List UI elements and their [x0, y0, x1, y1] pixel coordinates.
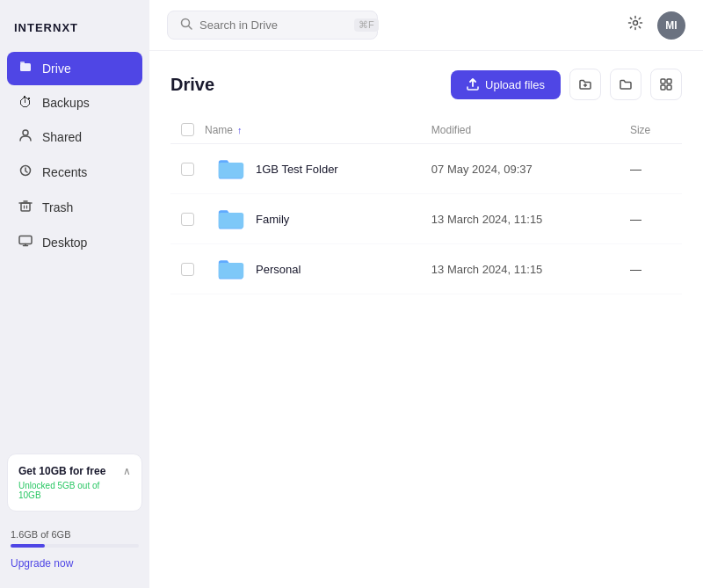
- svg-rect-5: [19, 236, 32, 244]
- upload-button[interactable]: Upload files: [451, 70, 561, 99]
- new-folder-button[interactable]: [569, 69, 601, 100]
- storage-promo-title: Get 10GB for free: [18, 465, 123, 479]
- header-actions: Upload files: [451, 69, 682, 100]
- svg-rect-4: [21, 203, 30, 211]
- upgrade-link[interactable]: Upgrade now: [11, 557, 73, 570]
- row-name-cell: Family: [205, 194, 421, 244]
- size-column-header[interactable]: Size: [620, 116, 682, 144]
- sidebar-item-drive[interactable]: Drive: [7, 52, 142, 85]
- row-size-cell: —: [620, 244, 682, 294]
- search-input[interactable]: [199, 18, 347, 32]
- topbar-actions: MI: [624, 11, 685, 40]
- storage-card: Get 10GB for free Unlocked 5GB out of 10…: [7, 454, 142, 512]
- collapse-button[interactable]: ∧: [123, 465, 131, 477]
- sidebar-item-trash-label: Trash: [42, 200, 73, 214]
- modified-column-header[interactable]: Modified: [421, 116, 620, 144]
- storage-bar-background: [11, 544, 139, 548]
- select-all-checkbox[interactable]: [181, 123, 194, 136]
- sidebar-item-desktop[interactable]: Desktop: [7, 226, 142, 259]
- sort-arrow-icon: ↑: [237, 125, 243, 135]
- table-row[interactable]: 1GB Test Folder 07 May 2024, 09:37 —: [170, 144, 682, 194]
- svg-rect-0: [20, 63, 31, 71]
- backups-icon: ⏱: [18, 95, 33, 111]
- sidebar-item-desktop-label: Desktop: [42, 236, 87, 250]
- sidebar-item-backups-label: Backups: [42, 96, 90, 110]
- select-all-header: [170, 116, 205, 144]
- app-logo: INTERNXT: [7, 14, 142, 52]
- settings-button[interactable]: [624, 11, 647, 39]
- row-size-cell: —: [620, 194, 682, 244]
- svg-rect-10: [661, 85, 665, 90]
- storage-bar-fill: [11, 544, 45, 548]
- table-row[interactable]: Family 13 March 2024, 11:15 —: [170, 194, 682, 244]
- row-checkbox-cell: [170, 194, 205, 244]
- sidebar-item-backups[interactable]: ⏱ Backups: [7, 87, 142, 119]
- name-column-header[interactable]: Name ↑: [205, 116, 421, 144]
- sidebar-item-shared-label: Shared: [42, 130, 82, 144]
- shared-icon: [18, 128, 33, 146]
- content-area: Drive Upload files: [149, 51, 703, 588]
- upload-folder-button[interactable]: [610, 69, 641, 100]
- topbar: ⌘F MI: [149, 0, 703, 51]
- svg-rect-1: [20, 62, 25, 64]
- row-name-cell: Personal: [205, 244, 421, 294]
- row-modified-cell: 07 May 2024, 09:37: [421, 144, 620, 194]
- search-box[interactable]: ⌘F: [167, 11, 378, 40]
- row-checkbox-cell: [170, 144, 205, 194]
- folder-icon: [215, 203, 247, 235]
- folder-icon: [215, 253, 247, 285]
- svg-rect-8: [661, 79, 665, 83]
- storage-usage-section: 1.6GB of 6GB Upgrade now: [7, 522, 142, 574]
- sidebar-item-trash[interactable]: Trash: [7, 191, 142, 224]
- search-icon: [180, 18, 192, 33]
- sidebar-item-shared[interactable]: Shared: [7, 120, 142, 154]
- content-header: Drive Upload files: [170, 69, 682, 100]
- avatar[interactable]: MI: [657, 11, 685, 40]
- svg-rect-11: [667, 85, 671, 90]
- row-checkbox[interactable]: [181, 163, 194, 176]
- search-shortcut: ⌘F: [354, 18, 379, 32]
- main-panel: ⌘F MI Drive Upload files: [149, 0, 703, 588]
- row-checkbox[interactable]: [181, 213, 194, 226]
- row-file-name: 1GB Test Folder: [256, 163, 338, 176]
- drive-icon: [18, 60, 33, 77]
- recents-icon: [18, 163, 33, 181]
- page-title: Drive: [170, 75, 214, 95]
- row-file-name: Family: [256, 213, 289, 226]
- svg-rect-9: [667, 79, 671, 83]
- sidebar-item-drive-label: Drive: [42, 62, 71, 76]
- folder-icon: [215, 153, 247, 185]
- row-modified-cell: 13 March 2024, 11:15: [421, 244, 620, 294]
- svg-point-7: [634, 21, 638, 25]
- storage-usage-label: 1.6GB of 6GB: [11, 529, 139, 540]
- table-row[interactable]: Personal 13 March 2024, 11:15 —: [170, 244, 682, 294]
- row-modified-cell: 13 March 2024, 11:15: [421, 194, 620, 244]
- row-file-name: Personal: [256, 263, 301, 276]
- sidebar: INTERNXT Drive ⏱ Backups Shared: [0, 0, 149, 588]
- sidebar-item-recents[interactable]: Recents: [7, 156, 142, 189]
- storage-promo-subtitle: Unlocked 5GB out of 10GB: [18, 481, 123, 500]
- upload-button-label: Upload files: [485, 78, 545, 91]
- desktop-icon: [18, 234, 33, 251]
- file-table: Name ↑ Modified Size: [170, 116, 682, 294]
- row-name-cell: 1GB Test Folder: [205, 144, 421, 194]
- row-checkbox[interactable]: [181, 263, 194, 276]
- trash-icon: [18, 199, 33, 216]
- sidebar-item-recents-label: Recents: [42, 165, 87, 179]
- svg-point-2: [23, 130, 28, 135]
- grid-view-button[interactable]: [650, 69, 682, 100]
- row-size-cell: —: [620, 144, 682, 194]
- row-checkbox-cell: [170, 244, 205, 294]
